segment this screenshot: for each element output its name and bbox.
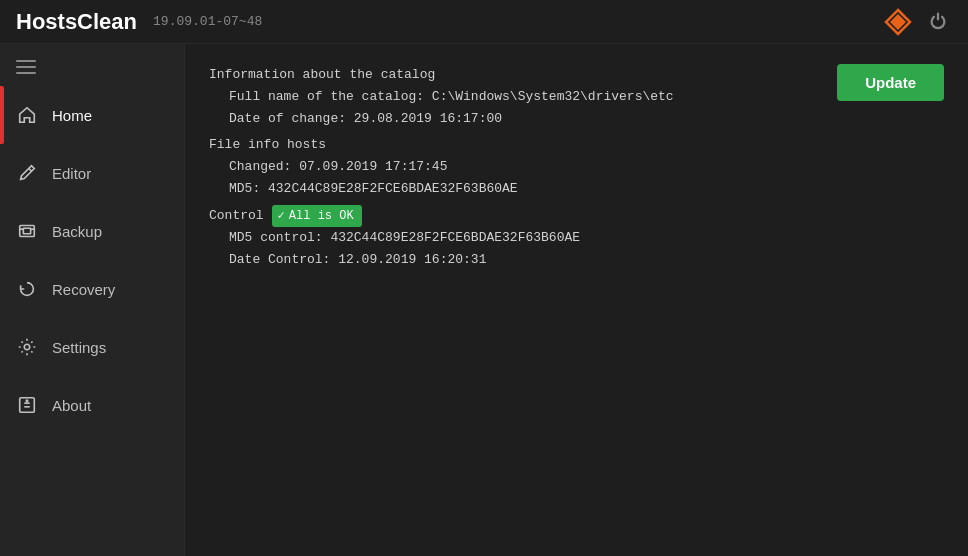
changed-line: Changed: 07.09.2019 17:17:45 [209,156,944,178]
content-area: Update Information about the catalog Ful… [185,44,968,556]
app-title: HostsClean [16,9,137,35]
sidebar-item-recovery[interactable]: Recovery [0,260,184,318]
control-label: Control [209,205,264,227]
home-icon [16,104,38,126]
sidebar-label-recovery: Recovery [52,281,115,298]
sidebar-item-backup[interactable]: Backup [0,202,184,260]
title-bar-right [884,8,952,36]
sidebar-label-settings: Settings [52,339,106,356]
title-bar: HostsClean 19.09.01-07~48 [0,0,968,44]
svg-rect-4 [23,228,30,233]
power-icon [927,11,949,33]
main-layout: Home Editor Backup [0,44,968,556]
md5-line: MD5: 432C44C89E28F2FCE6BDAE32F63B60AE [209,178,944,200]
editor-icon [16,162,38,184]
control-section: Control ✓ All is OK MD5 control: 432C44C… [209,205,944,272]
status-badge: ✓ All is OK [272,205,362,227]
file-info-header: File info hosts [209,134,944,156]
date-of-change-line: Date of change: 29.08.2019 16:17:00 [209,108,944,130]
svg-rect-3 [20,226,35,237]
sidebar-label-editor: Editor [52,165,91,182]
file-info-section: File info hosts Changed: 07.09.2019 17:1… [209,134,944,200]
checkmark-icon: ✓ [278,206,285,226]
sidebar-label-home: Home [52,107,92,124]
svg-point-11 [26,400,27,401]
status-ok-text: All is OK [289,206,354,226]
sidebar: Home Editor Backup [0,44,185,556]
logo-icon-button[interactable] [884,8,912,36]
diamond-icon [884,8,912,36]
control-line: Control ✓ All is OK [209,205,944,227]
catalog-header: Information about the catalog [209,64,944,86]
sidebar-label-backup: Backup [52,223,102,240]
title-bar-left: HostsClean 19.09.01-07~48 [16,9,262,35]
catalog-info-section: Information about the catalog Full name … [209,64,944,130]
sidebar-item-settings[interactable]: Settings [0,318,184,376]
update-button[interactable]: Update [837,64,944,101]
sidebar-item-editor[interactable]: Editor [0,144,184,202]
sidebar-item-home[interactable]: Home [0,86,184,144]
settings-icon [16,336,38,358]
backup-icon [16,220,38,242]
full-name-line: Full name of the catalog: C:\Windows\Sys… [209,86,944,108]
md5-control-line: MD5 control: 432C44C89E28F2FCE6BDAE32F63… [209,227,944,249]
svg-point-7 [24,344,29,349]
svg-line-2 [29,168,32,171]
app-version: 19.09.01-07~48 [153,14,262,29]
recovery-icon [16,278,38,300]
power-button[interactable] [924,8,952,36]
sidebar-label-about: About [52,397,91,414]
sidebar-item-about[interactable]: About [0,376,184,434]
date-control-line: Date Control: 12.09.2019 16:20:31 [209,249,944,271]
hamburger-menu[interactable] [0,52,184,86]
about-icon [16,394,38,416]
